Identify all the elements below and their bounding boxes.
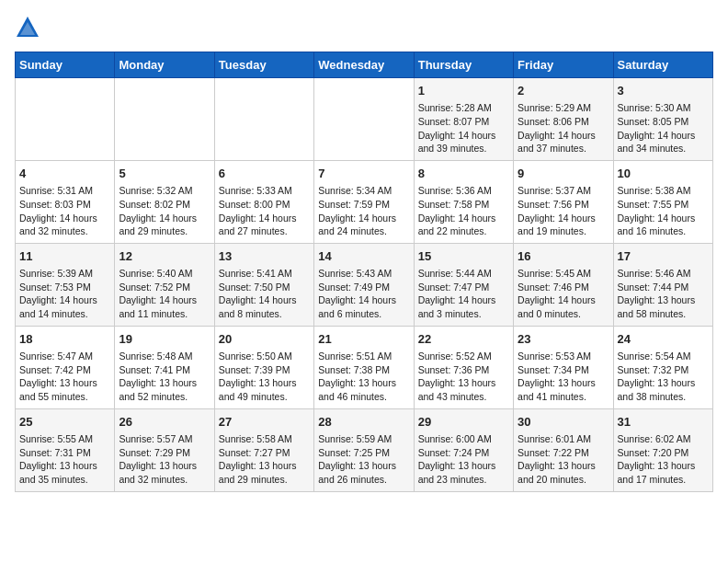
day-info: Sunrise: 5:41 AMSunset: 7:50 PMDaylight:… xyxy=(219,268,297,319)
day-number: 5 xyxy=(119,166,210,182)
calendar-cell: 1Sunrise: 5:28 AMSunset: 8:07 PMDaylight… xyxy=(414,78,513,161)
calendar-cell: 22Sunrise: 5:52 AMSunset: 7:36 PMDayligh… xyxy=(414,326,513,408)
calendar-cell xyxy=(16,78,115,161)
day-info: Sunrise: 5:30 AMSunset: 8:05 PMDaylight:… xyxy=(618,102,696,154)
calendar-cell: 18Sunrise: 5:47 AMSunset: 7:42 PMDayligh… xyxy=(16,326,115,408)
day-number: 7 xyxy=(318,166,409,182)
weekday-header: Saturday xyxy=(613,52,712,78)
calendar-cell: 9Sunrise: 5:37 AMSunset: 7:56 PMDaylight… xyxy=(514,160,613,243)
calendar-cell: 10Sunrise: 5:38 AMSunset: 7:55 PMDayligh… xyxy=(613,160,712,243)
calendar-cell xyxy=(314,78,414,161)
day-number: 24 xyxy=(618,331,709,348)
day-info: Sunrise: 5:43 AMSunset: 7:49 PMDaylight:… xyxy=(318,268,396,319)
calendar-week-row: 18Sunrise: 5:47 AMSunset: 7:42 PMDayligh… xyxy=(16,326,713,408)
logo-icon xyxy=(15,15,40,40)
day-info: Sunrise: 5:38 AMSunset: 7:55 PMDaylight:… xyxy=(618,185,696,236)
day-number: 18 xyxy=(19,331,110,348)
calendar-cell: 30Sunrise: 6:01 AMSunset: 7:22 PMDayligh… xyxy=(514,408,613,491)
calendar-header-row: SundayMondayTuesdayWednesdayThursdayFrid… xyxy=(16,52,713,78)
calendar-cell: 27Sunrise: 5:58 AMSunset: 7:27 PMDayligh… xyxy=(214,408,313,491)
calendar-week-row: 25Sunrise: 5:55 AMSunset: 7:31 PMDayligh… xyxy=(16,408,713,491)
day-info: Sunrise: 5:48 AMSunset: 7:41 PMDaylight:… xyxy=(119,350,197,402)
day-info: Sunrise: 5:28 AMSunset: 8:07 PMDaylight:… xyxy=(418,102,496,154)
day-number: 27 xyxy=(219,414,310,431)
day-number: 9 xyxy=(518,166,609,182)
day-number: 15 xyxy=(418,248,509,265)
day-info: Sunrise: 5:51 AMSunset: 7:38 PMDaylight:… xyxy=(318,350,396,402)
day-number: 26 xyxy=(119,414,210,431)
calendar-cell: 4Sunrise: 5:31 AMSunset: 8:03 PMDaylight… xyxy=(16,160,115,243)
day-number: 12 xyxy=(119,248,210,265)
calendar-cell xyxy=(214,78,313,161)
calendar-cell: 16Sunrise: 5:45 AMSunset: 7:46 PMDayligh… xyxy=(514,243,613,326)
day-info: Sunrise: 5:50 AMSunset: 7:39 PMDaylight:… xyxy=(219,350,297,402)
day-number: 6 xyxy=(219,166,310,182)
calendar-cell: 15Sunrise: 5:44 AMSunset: 7:47 PMDayligh… xyxy=(414,243,513,326)
calendar-week-row: 11Sunrise: 5:39 AMSunset: 7:53 PMDayligh… xyxy=(16,243,713,326)
day-info: Sunrise: 5:29 AMSunset: 8:06 PMDaylight:… xyxy=(518,102,596,154)
day-number: 20 xyxy=(219,331,310,348)
day-info: Sunrise: 5:58 AMSunset: 7:27 PMDaylight:… xyxy=(219,433,297,485)
day-info: Sunrise: 5:33 AMSunset: 8:00 PMDaylight:… xyxy=(219,185,297,236)
weekday-header: Thursday xyxy=(414,52,513,78)
calendar-cell: 8Sunrise: 5:36 AMSunset: 7:58 PMDaylight… xyxy=(414,160,513,243)
day-info: Sunrise: 5:55 AMSunset: 7:31 PMDaylight:… xyxy=(19,433,97,485)
day-number: 25 xyxy=(19,414,110,431)
day-info: Sunrise: 5:32 AMSunset: 8:02 PMDaylight:… xyxy=(119,185,197,236)
calendar-cell: 29Sunrise: 6:00 AMSunset: 7:24 PMDayligh… xyxy=(414,408,513,491)
day-number: 2 xyxy=(518,83,609,99)
day-number: 31 xyxy=(618,414,709,431)
calendar-cell: 2Sunrise: 5:29 AMSunset: 8:06 PMDaylight… xyxy=(514,78,613,161)
day-number: 29 xyxy=(418,414,509,431)
day-info: Sunrise: 5:39 AMSunset: 7:53 PMDaylight:… xyxy=(19,268,97,319)
day-info: Sunrise: 5:40 AMSunset: 7:52 PMDaylight:… xyxy=(119,268,197,319)
day-number: 10 xyxy=(618,166,709,182)
weekday-header: Monday xyxy=(115,52,214,78)
day-info: Sunrise: 6:00 AMSunset: 7:24 PMDaylight:… xyxy=(418,433,496,485)
calendar-cell: 6Sunrise: 5:33 AMSunset: 8:00 PMDaylight… xyxy=(214,160,313,243)
day-info: Sunrise: 5:44 AMSunset: 7:47 PMDaylight:… xyxy=(418,268,496,319)
day-info: Sunrise: 5:54 AMSunset: 7:32 PMDaylight:… xyxy=(618,350,696,402)
day-number: 4 xyxy=(19,166,110,182)
day-info: Sunrise: 6:02 AMSunset: 7:20 PMDaylight:… xyxy=(618,433,696,485)
weekday-header: Sunday xyxy=(16,52,115,78)
day-number: 16 xyxy=(518,248,609,265)
calendar-cell xyxy=(115,78,214,161)
day-info: Sunrise: 5:52 AMSunset: 7:36 PMDaylight:… xyxy=(418,350,496,402)
day-number: 23 xyxy=(518,331,609,348)
calendar-cell: 12Sunrise: 5:40 AMSunset: 7:52 PMDayligh… xyxy=(115,243,214,326)
calendar-table: SundayMondayTuesdayWednesdayThursdayFrid… xyxy=(15,52,713,492)
day-info: Sunrise: 6:01 AMSunset: 7:22 PMDaylight:… xyxy=(518,433,596,485)
day-number: 30 xyxy=(518,414,609,431)
day-info: Sunrise: 5:46 AMSunset: 7:44 PMDaylight:… xyxy=(618,268,696,319)
calendar-cell: 26Sunrise: 5:57 AMSunset: 7:29 PMDayligh… xyxy=(115,408,214,491)
day-number: 8 xyxy=(418,166,509,182)
calendar-cell: 28Sunrise: 5:59 AMSunset: 7:25 PMDayligh… xyxy=(314,408,414,491)
day-info: Sunrise: 5:45 AMSunset: 7:46 PMDaylight:… xyxy=(518,268,596,319)
calendar-cell: 13Sunrise: 5:41 AMSunset: 7:50 PMDayligh… xyxy=(214,243,313,326)
day-number: 11 xyxy=(19,248,110,265)
day-number: 28 xyxy=(318,414,409,431)
day-info: Sunrise: 5:37 AMSunset: 7:56 PMDaylight:… xyxy=(518,185,596,236)
calendar-cell: 24Sunrise: 5:54 AMSunset: 7:32 PMDayligh… xyxy=(613,326,712,408)
weekday-header: Wednesday xyxy=(314,52,414,78)
calendar-cell: 11Sunrise: 5:39 AMSunset: 7:53 PMDayligh… xyxy=(16,243,115,326)
logo xyxy=(15,15,44,40)
day-info: Sunrise: 5:47 AMSunset: 7:42 PMDaylight:… xyxy=(19,350,97,402)
day-number: 3 xyxy=(618,83,709,99)
page-header xyxy=(15,15,713,40)
day-number: 22 xyxy=(418,331,509,348)
calendar-cell: 31Sunrise: 6:02 AMSunset: 7:20 PMDayligh… xyxy=(613,408,712,491)
day-number: 17 xyxy=(618,248,709,265)
weekday-header: Friday xyxy=(514,52,613,78)
day-info: Sunrise: 5:59 AMSunset: 7:25 PMDaylight:… xyxy=(318,433,396,485)
calendar-cell: 20Sunrise: 5:50 AMSunset: 7:39 PMDayligh… xyxy=(214,326,313,408)
calendar-cell: 25Sunrise: 5:55 AMSunset: 7:31 PMDayligh… xyxy=(16,408,115,491)
day-number: 1 xyxy=(418,83,509,99)
day-info: Sunrise: 5:36 AMSunset: 7:58 PMDaylight:… xyxy=(418,185,496,236)
day-info: Sunrise: 5:53 AMSunset: 7:34 PMDaylight:… xyxy=(518,350,596,402)
calendar-cell: 5Sunrise: 5:32 AMSunset: 8:02 PMDaylight… xyxy=(115,160,214,243)
calendar-cell: 23Sunrise: 5:53 AMSunset: 7:34 PMDayligh… xyxy=(514,326,613,408)
day-number: 21 xyxy=(318,331,409,348)
day-info: Sunrise: 5:57 AMSunset: 7:29 PMDaylight:… xyxy=(119,433,197,485)
